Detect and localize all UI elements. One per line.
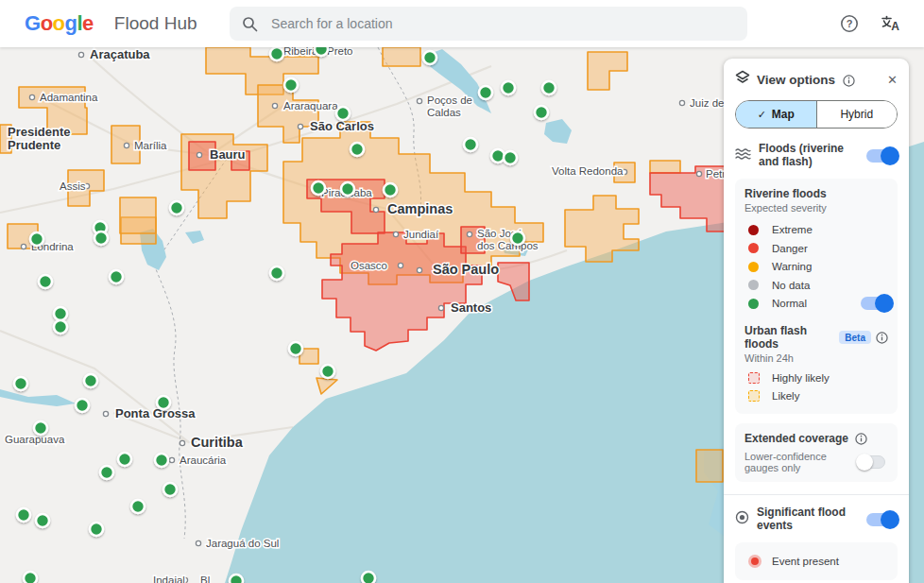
layers-icon xyxy=(735,70,750,89)
city-marker xyxy=(103,411,108,416)
urban-swatch xyxy=(748,390,760,402)
severity-legend-row: Danger xyxy=(748,239,888,258)
gauge-marker[interactable] xyxy=(30,232,43,246)
gauge-marker[interactable] xyxy=(24,572,37,583)
events-icon xyxy=(735,510,749,528)
gauge-marker[interactable] xyxy=(336,107,350,120)
translate-icon[interactable]: A xyxy=(881,13,901,34)
gauge-marker[interactable] xyxy=(54,320,67,334)
info-icon[interactable] xyxy=(843,74,855,86)
city-label: Jundiaí xyxy=(403,229,439,240)
top-bar: Google Flood Hub ? A xyxy=(0,0,924,47)
tab-hybrid[interactable]: Hybrid xyxy=(816,101,898,128)
gauge-marker[interactable] xyxy=(464,138,477,151)
gauge-marker[interactable] xyxy=(362,572,375,583)
severity-dot xyxy=(748,225,759,235)
gauge-marker[interactable] xyxy=(76,399,89,412)
city-marker xyxy=(398,263,402,267)
gauge-marker[interactable] xyxy=(36,514,49,527)
city-label: Caldas xyxy=(427,107,461,118)
normal-gauges-toggle[interactable] xyxy=(860,294,892,313)
city-marker xyxy=(197,152,201,157)
extended-title: Extended coverage xyxy=(744,432,848,445)
gauge-marker[interactable] xyxy=(17,508,30,522)
gauge-marker[interactable] xyxy=(94,231,108,245)
city-label: Adamantina xyxy=(40,92,98,103)
panel-title: View options xyxy=(757,73,835,87)
gauge-marker[interactable] xyxy=(84,374,97,387)
gauge-marker[interactable] xyxy=(163,483,177,496)
flood-area-likely[interactable] xyxy=(650,161,680,173)
search-box[interactable] xyxy=(230,7,747,41)
gauge-marker[interactable] xyxy=(542,81,556,94)
city-marker xyxy=(298,124,302,129)
city-marker xyxy=(417,98,421,103)
gauge-marker[interactable] xyxy=(90,523,103,536)
city-label: Guarapuava xyxy=(5,434,65,445)
flood-area-likely[interactable] xyxy=(696,450,723,482)
severity-dot xyxy=(748,243,759,253)
city-label: Santos xyxy=(451,300,491,315)
gauge-marker[interactable] xyxy=(170,201,183,214)
events-legend-card: Event present xyxy=(735,542,898,580)
severity-label: Warning xyxy=(772,261,812,272)
gauge-marker[interactable] xyxy=(502,81,515,94)
svg-text:A: A xyxy=(891,20,899,33)
severity-label: Normal xyxy=(772,298,807,309)
gauge-marker[interactable] xyxy=(131,500,145,513)
city-label: Jaraguá do Sul xyxy=(206,538,279,549)
gauge-marker[interactable] xyxy=(118,453,131,466)
city-marker xyxy=(467,231,471,236)
urban-label: Highly likely xyxy=(772,372,830,384)
gauge-marker[interactable] xyxy=(14,377,27,390)
gauge-marker[interactable] xyxy=(54,307,67,320)
gauge-marker[interactable] xyxy=(100,466,113,479)
flood-area-likely[interactable] xyxy=(120,197,156,233)
floods-toggle[interactable] xyxy=(865,146,898,165)
gauge-marker[interactable] xyxy=(535,106,548,119)
help-icon[interactable]: ? xyxy=(839,13,860,34)
flood-area-likely[interactable] xyxy=(383,47,420,66)
gauge-marker[interactable] xyxy=(321,365,334,378)
severity-label: Danger xyxy=(772,243,808,254)
check-icon: ✓ xyxy=(758,109,766,121)
gauge-marker[interactable] xyxy=(384,183,397,197)
gauge-marker[interactable] xyxy=(423,51,436,64)
extended-info-icon[interactable] xyxy=(855,433,867,445)
gauge-marker[interactable] xyxy=(511,231,524,245)
gauge-marker[interactable] xyxy=(491,149,505,163)
events-toggle[interactable] xyxy=(865,510,898,529)
gauge-marker[interactable] xyxy=(110,270,123,283)
search-input[interactable] xyxy=(269,15,735,32)
urban-info-icon[interactable] xyxy=(876,332,888,344)
beta-badge: Beta xyxy=(839,331,871,344)
gauge-marker[interactable] xyxy=(351,143,364,156)
waves-icon xyxy=(735,147,751,164)
close-icon[interactable]: ✕ xyxy=(887,73,898,87)
gauge-marker[interactable] xyxy=(270,47,283,60)
city-label: Indaial xyxy=(153,574,185,583)
gauge-marker[interactable] xyxy=(284,78,298,92)
extended-toggle[interactable] xyxy=(856,453,888,472)
floods-label: Floods (riverine and flash) xyxy=(759,143,865,169)
gauge-marker[interactable] xyxy=(230,574,243,583)
gauge-marker[interactable] xyxy=(289,342,302,355)
urban-legend-row: Likely xyxy=(748,387,888,406)
tab-map[interactable]: ✓Map xyxy=(736,101,816,128)
gauge-marker[interactable] xyxy=(315,47,328,56)
map-type-segmented: ✓Map Hybrid xyxy=(735,100,898,129)
gauge-marker[interactable] xyxy=(34,421,47,435)
gauge-marker[interactable] xyxy=(39,275,52,288)
severity-dot xyxy=(748,262,759,272)
gauge-marker[interactable] xyxy=(479,86,492,99)
gauge-marker[interactable] xyxy=(270,266,283,280)
gauge-marker[interactable] xyxy=(155,454,168,467)
city-marker xyxy=(21,244,26,249)
city-marker xyxy=(180,440,184,445)
gauge-marker[interactable] xyxy=(157,396,170,409)
gauge-marker[interactable] xyxy=(341,182,354,196)
gauge-marker[interactable] xyxy=(504,151,517,164)
city-marker xyxy=(196,540,200,545)
gauge-marker[interactable] xyxy=(312,181,325,195)
city-marker xyxy=(29,94,34,99)
